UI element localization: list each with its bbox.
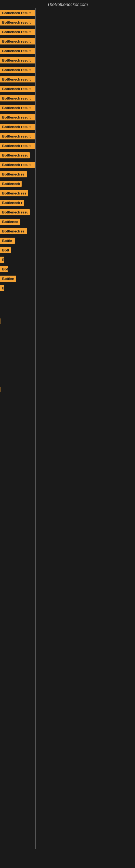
list-item: Bottleneck resu	[0, 151, 135, 160]
list-item: Bottle	[0, 236, 135, 246]
list-item: Bottleneck	[0, 179, 135, 188]
bars-container: Bottleneck resultBottleneck resultBottle…	[0, 8, 135, 394]
list-item: B	[0, 255, 135, 265]
marker-line	[1, 387, 1, 392]
bottleneck-result-label: Bottleneck result	[0, 86, 35, 92]
marker-line	[1, 318, 1, 324]
bottleneck-result-label: Bottleneck result	[0, 19, 35, 26]
bottleneck-result-label: Bottleneck resu	[0, 209, 30, 215]
bottleneck-result-label: Bottleneck r	[0, 199, 24, 206]
bottleneck-result-label: Bottleneck	[0, 181, 21, 187]
list-item	[0, 361, 135, 373]
list-item	[0, 349, 135, 361]
site-title: TheBottlenecker.com	[0, 0, 135, 8]
bottleneck-result-label: Bottlen	[0, 276, 16, 282]
bottleneck-result-label: B	[0, 285, 4, 291]
list-item: Bottleneck result	[0, 18, 135, 27]
bottleneck-result-label: Bott	[0, 247, 11, 253]
list-item: Bottleneck re	[0, 169, 135, 179]
bottleneck-result-label: Bottleneck result	[0, 48, 35, 54]
list-item: Bottleneck result	[0, 131, 135, 141]
list-item: Bottleneck res	[0, 188, 135, 198]
list-item: Bottleneck result	[0, 113, 135, 122]
list-item	[0, 317, 135, 326]
list-item: Bottleneck result	[0, 160, 135, 169]
list-item	[0, 385, 135, 394]
bottleneck-result-label: Bottleneck resu	[0, 152, 30, 158]
bottleneck-result-label: Bottleneck result	[0, 29, 35, 35]
bottleneck-result-label: Bottleneck re	[0, 171, 27, 177]
list-item: Bottleneck result	[0, 141, 135, 151]
bottleneck-result-label: B	[0, 257, 4, 263]
list-item	[0, 293, 135, 305]
bottleneck-result-label: Bottleneck result	[0, 105, 35, 111]
bottleneck-result-label: Bottleneck result	[0, 95, 35, 101]
bottleneck-result-label: Bottleneck re	[0, 228, 27, 235]
list-item: Bottleneck result	[0, 122, 135, 131]
bottleneck-result-label: Bottleneck result	[0, 114, 35, 120]
bottleneck-result-label: Bottleneck result	[0, 124, 35, 130]
vertical-line	[35, 8, 36, 849]
list-item: Bottlenec	[0, 217, 135, 226]
list-item	[0, 337, 135, 349]
list-item: Bottleneck result	[0, 46, 135, 56]
bottleneck-result-label: Bottleneck result	[0, 38, 35, 44]
bottleneck-result-label: Bottleneck result	[0, 143, 35, 149]
list-item: Bottleneck result	[0, 27, 135, 37]
list-item: Bottleneck result	[0, 65, 135, 74]
bottleneck-result-label: Bottleneck result	[0, 57, 35, 63]
list-item: B	[0, 283, 135, 293]
bottleneck-result-label: Bottleneck res	[0, 190, 28, 196]
list-item: Bottleneck result	[0, 74, 135, 84]
list-item: Bottleneck r	[0, 198, 135, 208]
list-item: Bottleneck resu	[0, 208, 135, 217]
list-item: Bottlen	[0, 274, 135, 283]
list-item: Bottleneck result	[0, 103, 135, 113]
bottleneck-result-label: Bottleneck result	[0, 133, 35, 140]
bottleneck-result-label: Bottle	[0, 238, 15, 244]
bottleneck-result-label: Bottleneck result	[0, 162, 35, 168]
bottleneck-result-label: Bottleneck result	[0, 76, 35, 83]
bottleneck-result-label: Bottleneck result	[0, 67, 35, 73]
list-item: Bottleneck result	[0, 37, 135, 46]
list-item: Bottleneck result	[0, 56, 135, 65]
list-item: Bott	[0, 246, 135, 255]
bottleneck-result-label: Bot	[0, 266, 8, 272]
list-item	[0, 326, 135, 337]
list-item	[0, 305, 135, 317]
list-item: Bottleneck re	[0, 226, 135, 236]
bottleneck-result-label: Bottlenec	[0, 219, 20, 225]
list-item: Bottleneck result	[0, 84, 135, 94]
list-item: Bot	[0, 265, 135, 274]
list-item: Bottleneck result	[0, 8, 135, 18]
list-item: Bottleneck result	[0, 94, 135, 103]
bottleneck-result-label: Bottleneck result	[0, 10, 35, 16]
list-item	[0, 373, 135, 385]
